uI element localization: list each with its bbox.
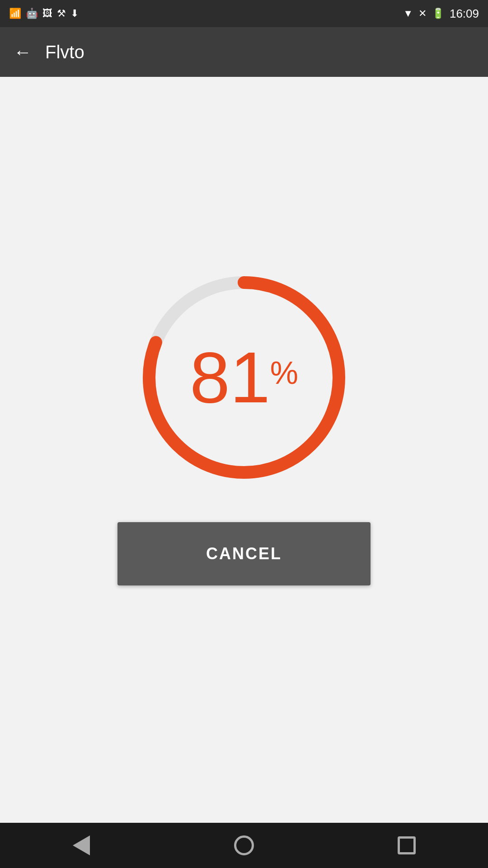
nav-home-button[interactable] — [226, 827, 262, 863]
progress-percent-symbol: % — [270, 355, 298, 391]
status-time: 16:09 — [450, 7, 479, 21]
app-bar: ← Flvto — [0, 27, 488, 77]
nav-recents-icon — [398, 836, 416, 854]
nav-back-icon — [73, 835, 90, 855]
cancel-button[interactable]: CANCEL — [117, 522, 371, 585]
nav-bar — [0, 823, 488, 868]
nav-home-icon — [234, 835, 254, 855]
cancel-label: CANCEL — [206, 544, 282, 563]
settings-icon: ⚒ — [57, 8, 66, 19]
wifi-icon: ▼ — [403, 8, 413, 19]
nav-recents-button[interactable] — [389, 827, 425, 863]
app-title: Flvto — [45, 42, 84, 62]
progress-value: 81 — [190, 341, 270, 414]
back-button[interactable]: ← — [14, 42, 32, 62]
android-icon: 🤖 — [26, 8, 38, 19]
image-icon: 🖼 — [42, 8, 52, 19]
status-bar: 📶 🤖 🖼 ⚒ ⬇ ▼ ✕ 🔋 16:09 — [0, 0, 488, 27]
status-icons-left: 📶 🤖 🖼 ⚒ ⬇ — [9, 8, 79, 19]
back-arrow-icon: ← — [14, 42, 32, 62]
download-icon: ⬇ — [70, 8, 79, 19]
main-content: 81 % CANCEL — [0, 77, 488, 823]
nav-back-button[interactable] — [63, 827, 99, 863]
progress-text: 81 % — [190, 341, 298, 414]
wifi-question-icon: 📶 — [9, 8, 21, 19]
signal-off-icon: ✕ — [418, 8, 427, 19]
progress-circle-container: 81 % — [136, 269, 352, 486]
status-icons-right: ▼ ✕ 🔋 16:09 — [403, 7, 479, 21]
battery-icon: 🔋 — [432, 8, 444, 19]
